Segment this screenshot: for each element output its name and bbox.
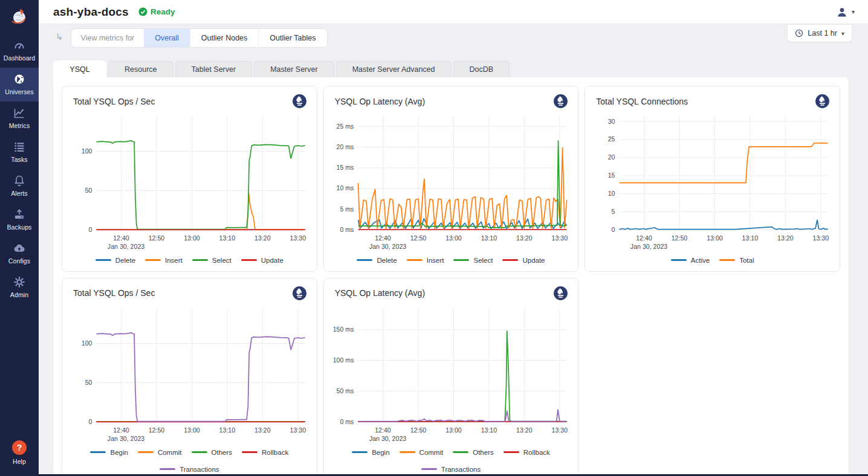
prometheus-link-icon[interactable] — [553, 286, 568, 301]
tab-resource[interactable]: Resource — [108, 61, 173, 77]
legend-item-insert[interactable]: Insert — [407, 257, 444, 264]
legend-item-active[interactable]: Active — [671, 257, 710, 264]
prometheus-link-icon[interactable] — [292, 94, 307, 109]
chart-plot-area: 0 ms5 ms10 ms15 ms20 ms25 ms12:4012:5013… — [331, 109, 571, 254]
legend-label: Transactions — [180, 466, 219, 473]
svg-text:Jan 30, 2023: Jan 30, 2023 — [108, 243, 144, 250]
time-range-dropdown[interactable]: Last 1 hr ▾ — [787, 24, 852, 42]
svg-text:13:30: 13:30 — [551, 426, 568, 433]
prometheus-link-icon[interactable] — [815, 94, 830, 109]
list-icon — [13, 141, 25, 153]
chart-plot[interactable]: 05101520253012:4012:5013:0013:1013:2013:… — [592, 110, 832, 254]
legend-item-commit[interactable]: Commit — [400, 449, 444, 456]
sidebar-item-metrics[interactable]: Metrics — [0, 101, 39, 135]
legend-label: Rollback — [523, 449, 550, 456]
legend-item-rollback[interactable]: Rollback — [242, 449, 288, 456]
scope-tab-outlier-tables[interactable]: Outlier Tables — [258, 28, 326, 48]
legend-swatch — [352, 451, 368, 453]
legend-item-begin[interactable]: Begin — [352, 449, 389, 456]
chart-plot[interactable]: 05010012:4012:5013:0013:1013:2013:30Jan … — [70, 110, 309, 254]
chart-panel-total-ysql-connections: Total YSQL Connections 05101520253012:40… — [585, 86, 840, 272]
legend-swatch — [671, 259, 687, 261]
legend-item-begin[interactable]: Begin — [90, 449, 128, 456]
legend-item-total[interactable]: Total — [719, 257, 754, 264]
tab-master-server[interactable]: Master Server — [254, 61, 334, 77]
sidebar-item-universes[interactable]: Universes — [0, 68, 39, 101]
legend-swatch — [421, 468, 437, 470]
chart-panel-ysql-op-latency-transactions: YSQL Op Latency (Avg) 0 ms50 ms100 ms150… — [323, 278, 579, 476]
legend-item-delete[interactable]: Delete — [357, 257, 397, 264]
legend-item-select[interactable]: Select — [192, 257, 232, 264]
svg-text:13:00: 13:00 — [445, 426, 462, 433]
chart-title: Total YSQL Ops / Sec — [73, 288, 155, 298]
scope-tab-overall[interactable]: Overall — [144, 28, 190, 48]
legend-swatch — [407, 259, 423, 261]
sidebar-item-help[interactable]: ? Help — [0, 435, 39, 471]
sidebar-item-backups[interactable]: Backups — [0, 203, 39, 237]
legend-item-commit[interactable]: Commit — [138, 449, 182, 456]
chart-plot[interactable]: 0 ms50 ms100 ms150 ms12:4012:5013:0013:1… — [331, 302, 571, 446]
universe-title: ash-yba-docs — [53, 5, 129, 19]
legend-label: Commit — [158, 449, 182, 456]
legend-item-others[interactable]: Others — [453, 449, 494, 456]
tab-master-server-advanced[interactable]: Master Server Advanced — [336, 61, 452, 77]
gauge-icon — [13, 39, 25, 51]
clock-icon — [795, 29, 803, 37]
chart-header: Total YSQL Ops / Sec — [70, 92, 309, 109]
tab-ysql[interactable]: YSQL — [53, 60, 106, 77]
svg-text:13:30: 13:30 — [290, 426, 306, 433]
svg-text:13:30: 13:30 — [813, 234, 829, 242]
sidebar-item-label: Admin — [10, 291, 28, 298]
tab-docdb[interactable]: DocDB — [453, 61, 510, 77]
prometheus-link-icon[interactable] — [553, 94, 568, 109]
user-menu[interactable]: ▾ — [836, 6, 855, 18]
scope-tab-outlier-nodes[interactable]: Outlier Nodes — [190, 28, 258, 48]
svg-text:25 ms: 25 ms — [336, 123, 354, 130]
legend-item-others[interactable]: Others — [192, 449, 233, 456]
svg-text:10 ms: 10 ms — [336, 184, 354, 191]
bell-icon — [13, 175, 25, 187]
chart-panel-total-ysql-ops: Total YSQL Ops / Sec 05010012:4012:5013:… — [62, 86, 317, 272]
legend-item-transactions[interactable]: Transactions — [421, 466, 481, 473]
sidebar-item-label: Alerts — [11, 190, 27, 197]
legend-item-update[interactable]: Update — [241, 257, 283, 264]
gear-icon — [13, 276, 25, 288]
svg-text:25: 25 — [608, 135, 615, 143]
legend-item-transactions[interactable]: Transactions — [160, 466, 219, 473]
sidebar-item-dashboard[interactable]: Dashboard — [0, 34, 39, 68]
legend-item-select[interactable]: Select — [453, 257, 493, 264]
svg-text:0: 0 — [89, 226, 92, 233]
legend-label: Insert — [427, 257, 444, 264]
svg-text:5: 5 — [612, 208, 615, 215]
chart-legend: Active Total — [592, 254, 832, 268]
legend-item-rollback[interactable]: Rollback — [504, 449, 550, 456]
backup-upload-icon — [13, 208, 25, 220]
prometheus-link-icon[interactable] — [292, 286, 307, 301]
chart-plot[interactable]: 0 ms5 ms10 ms15 ms20 ms25 ms12:4012:5013… — [331, 110, 571, 254]
svg-text:13:10: 13:10 — [219, 234, 236, 242]
svg-text:15: 15 — [608, 172, 615, 179]
svg-text:13:00: 13:00 — [184, 234, 200, 242]
check-circle-icon — [138, 7, 147, 16]
help-icon: ? — [12, 440, 27, 455]
sidebar-item-label: Tasks — [11, 156, 27, 163]
sidebar-item-label: Backups — [7, 224, 32, 231]
sidebar-item-configs[interactable]: Configs — [0, 237, 39, 271]
charts-row-1: Total YSQL Ops / Sec 05010012:4012:5013:… — [62, 86, 840, 272]
legend-label: Select — [473, 257, 493, 264]
svg-text:13:10: 13:10 — [481, 234, 497, 242]
svg-text:13:00: 13:00 — [445, 234, 462, 242]
sidebar-item-admin[interactable]: Admin — [0, 271, 39, 304]
svg-text:13:30: 13:30 — [551, 234, 568, 242]
svg-text:12:40: 12:40 — [636, 234, 653, 242]
tab-tablet-server[interactable]: Tablet Server — [175, 61, 253, 77]
legend-item-update[interactable]: Update — [502, 257, 545, 264]
chevron-down-icon: ▾ — [841, 30, 844, 37]
sidebar-item-alerts[interactable]: Alerts — [0, 169, 39, 203]
legend-item-insert[interactable]: Insert — [145, 257, 183, 264]
sidebar-item-tasks[interactable]: Tasks — [0, 135, 39, 169]
yugabyte-logo[interactable] — [0, 0, 39, 34]
chart-plot[interactable]: 05010012:4012:5013:0013:1013:2013:30Jan … — [70, 302, 309, 446]
legend-item-delete[interactable]: Delete — [96, 257, 135, 264]
legend-label: Delete — [115, 257, 135, 264]
